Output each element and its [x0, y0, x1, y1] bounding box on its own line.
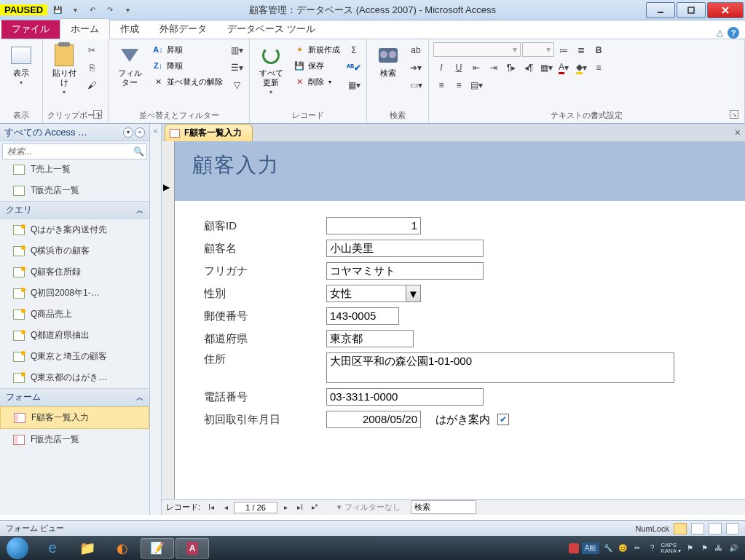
qat-more-icon[interactable]: ▾	[120, 3, 135, 17]
nav-query-item[interactable]: Q横浜市の顧客	[0, 240, 149, 261]
close-button[interactable]	[707, 2, 744, 18]
input-customer-name[interactable]: 小山美里	[326, 240, 484, 257]
form-view-button[interactable]	[674, 523, 687, 535]
indent-decrease-button[interactable]: ⇤	[468, 60, 484, 76]
tab-database-tools[interactable]: データベース ツール	[217, 19, 326, 39]
delete-record-button[interactable]: ✕削除▾	[291, 74, 343, 89]
nav-query-item[interactable]: Q東京と埼玉の顧客	[0, 346, 149, 367]
find-button[interactable]: 検索	[371, 42, 405, 79]
tray-caps-kana[interactable]: CAPSKANA ▾	[661, 543, 681, 554]
nav-header[interactable]: すべての Access … ▾«	[0, 124, 149, 141]
qat-dropdown-icon[interactable]: ▾	[68, 3, 82, 17]
tray-icon[interactable]: ✏	[631, 543, 643, 554]
cut-button[interactable]: ✂	[84, 42, 100, 58]
nav-group-forms[interactable]: フォーム︽	[0, 388, 149, 406]
taskbar-app-icon[interactable]: 📝	[141, 538, 174, 559]
recnav-last-button[interactable]: ▸I	[293, 502, 307, 513]
ribbon-minimize-icon[interactable]: △	[717, 28, 723, 38]
numbering-button[interactable]: ≣	[573, 42, 589, 58]
tab-create[interactable]: 作成	[110, 19, 149, 39]
minimize-button[interactable]	[646, 2, 675, 18]
taskbar-explorer-icon[interactable]: 📁	[71, 538, 104, 559]
checkbox-postcard[interactable]: ✔	[497, 414, 509, 425]
view-button[interactable]: 表示▾	[4, 42, 38, 87]
maximize-button[interactable]	[677, 2, 706, 18]
copy-button[interactable]: ⎘	[84, 60, 100, 76]
tray-icon[interactable]	[569, 543, 579, 553]
nav-query-item[interactable]: Q商品売上	[0, 304, 149, 325]
bullets-button[interactable]: ≔	[556, 42, 572, 58]
toggle-filter-button[interactable]: ▽	[229, 77, 245, 93]
nav-query-item[interactable]: Q都道府県抽出	[0, 325, 149, 346]
textfmt-launcher-icon[interactable]: ↘	[730, 110, 738, 119]
clipboard-launcher-icon[interactable]: ↘	[93, 110, 102, 119]
start-button[interactable]	[0, 536, 35, 560]
nav-query-item[interactable]: Q顧客住所録	[0, 261, 149, 283]
nav-query-item[interactable]: Qはがき案内送付先	[0, 219, 149, 240]
underline-button[interactable]: U	[451, 60, 467, 76]
nav-collapse-icon[interactable]: «	[135, 127, 145, 138]
spelling-button[interactable]: ᴬᴮ✔	[346, 60, 362, 76]
sort-desc-button[interactable]: Z↓降順	[149, 58, 226, 73]
taskbar-ie-icon[interactable]: e	[36, 538, 69, 559]
shutter-bar[interactable]: «	[150, 124, 162, 515]
search-icon[interactable]: 🔍	[130, 144, 146, 159]
layout-view-button[interactable]	[709, 523, 722, 535]
recnav-first-button[interactable]: I◂	[205, 502, 218, 513]
selection-filter-button[interactable]: ▥▾	[229, 42, 245, 58]
recnav-new-button[interactable]: ▸*	[308, 502, 321, 513]
document-tab[interactable]: F顧客一覧入力	[165, 124, 253, 141]
input-prefecture[interactable]: 東京都	[326, 330, 414, 347]
save-record-button[interactable]: 💾保存	[291, 58, 343, 73]
nav-query-item[interactable]: Q初回2008年1-…	[0, 283, 149, 304]
recnav-search-input[interactable]: 検索	[411, 500, 476, 514]
nav-query-item[interactable]: Q東京都のはがき…	[0, 367, 149, 388]
ime-mode-icon[interactable]: A般	[582, 543, 600, 554]
nav-table-item[interactable]: T売上一覧	[0, 162, 149, 180]
bold-button[interactable]: B	[591, 42, 607, 58]
input-customer-id[interactable]: 1	[326, 217, 421, 234]
gridlines-button[interactable]: ▦▾	[538, 60, 554, 76]
taskbar-access-icon[interactable]: A	[176, 538, 209, 559]
datasheet-view-button[interactable]	[691, 523, 704, 535]
ltr-button[interactable]: ¶▸	[503, 60, 519, 76]
taskbar-mediaplayer-icon[interactable]: ◐	[106, 538, 139, 559]
qat-undo-icon[interactable]: ↶	[85, 3, 100, 17]
tab-file[interactable]: ファイル	[1, 19, 60, 39]
align-right-button[interactable]: ≡	[451, 77, 467, 93]
combo-sex[interactable]: 女性▼	[326, 285, 421, 302]
input-first-date[interactable]: 2008/05/20	[326, 411, 421, 428]
fill-color-button[interactable]: ◆▾	[573, 60, 589, 76]
nav-dropdown-icon[interactable]: ▾	[123, 127, 133, 138]
recnav-position[interactable]: 1 / 26	[234, 502, 277, 513]
tray-network-icon[interactable]: 🖧	[713, 543, 725, 554]
recnav-next-button[interactable]: ▸	[279, 502, 292, 513]
record-selector[interactable]: ▶	[162, 141, 175, 499]
totals-button[interactable]: Σ	[346, 42, 362, 58]
dropdown-icon[interactable]: ▼	[406, 285, 420, 301]
tray-volume-icon[interactable]: 🔊	[728, 543, 739, 554]
tray-icon[interactable]: 😊	[617, 543, 628, 554]
tab-external-data[interactable]: 外部データ	[149, 19, 217, 39]
input-tel[interactable]: 03-3311-0000	[326, 388, 484, 406]
format-painter-button[interactable]: 🖌	[84, 77, 100, 93]
filter-button[interactable]: フィルター	[113, 42, 146, 89]
advanced-filter-button[interactable]: ☰▾	[229, 60, 245, 76]
new-record-button[interactable]: ✶新規作成	[291, 42, 343, 57]
replace-button[interactable]: ab	[408, 42, 424, 58]
alternate-row-button[interactable]: ▤▾	[468, 77, 484, 93]
tab-close-icon[interactable]: ×	[735, 127, 741, 138]
sort-asc-button[interactable]: A↓昇順	[149, 42, 226, 57]
select-button[interactable]: ▭▾	[408, 77, 424, 93]
tray-help-icon[interactable]: ?	[646, 543, 658, 554]
tray-icon[interactable]: 🔧	[602, 543, 614, 554]
design-view-button[interactable]	[726, 523, 739, 535]
nav-form-item[interactable]: F販売店一覧	[0, 429, 149, 450]
help-icon[interactable]: ?	[728, 27, 739, 39]
nav-search-input[interactable]	[3, 144, 130, 159]
nav-form-item[interactable]: F顧客一覧入力	[0, 406, 149, 429]
font-name-combo[interactable]: ▾	[433, 42, 521, 57]
align-center-button[interactable]: ≡	[433, 77, 449, 93]
qat-redo-icon[interactable]: ↷	[103, 3, 117, 17]
refresh-all-button[interactable]: すべて更新▾	[254, 42, 288, 97]
